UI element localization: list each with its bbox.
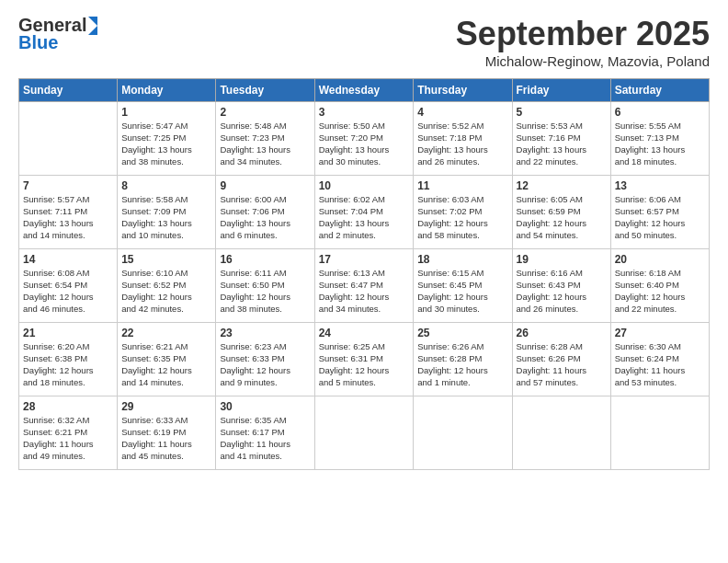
cell-info-line: and 57 minutes. bbox=[517, 377, 579, 387]
cell-info-line: Daylight: 12 hours bbox=[121, 292, 192, 302]
cell-info-line: Daylight: 13 hours bbox=[121, 218, 192, 228]
day-number: 29 bbox=[121, 399, 211, 414]
day-number: 21 bbox=[23, 326, 113, 340]
cell-info-line: Sunset: 6:47 PM bbox=[319, 280, 383, 290]
cell-info-line: Sunset: 6:26 PM bbox=[517, 353, 581, 363]
cell-info-line: Sunset: 6:28 PM bbox=[417, 353, 482, 363]
cell-info-line: Sunrise: 6:08 AM bbox=[23, 268, 89, 278]
cell-info-line: and 26 minutes. bbox=[417, 156, 480, 167]
day-number: 20 bbox=[615, 252, 705, 267]
cell-info-line: Daylight: 12 hours bbox=[417, 292, 488, 302]
logo-blue: Blue bbox=[18, 32, 58, 53]
cell-info-line: and 22 minutes. bbox=[517, 156, 579, 167]
calendar-header-row: Sunday Monday Tuesday Wednesday Thursday… bbox=[19, 79, 710, 102]
cell-info-line: Sunset: 7:13 PM bbox=[615, 132, 679, 143]
cell-info-line: Sunset: 7:18 PM bbox=[417, 132, 482, 143]
cell-info-line: Sunset: 6:24 PM bbox=[615, 353, 679, 363]
cell-info-line: Sunrise: 5:50 AM bbox=[319, 121, 385, 131]
cell-info-line: Sunrise: 6:00 AM bbox=[220, 194, 286, 204]
cell-info-line: and 9 minutes. bbox=[220, 377, 277, 387]
cell-info-line: and 14 minutes. bbox=[121, 377, 184, 387]
calendar-cell: 15Sunrise: 6:10 AMSunset: 6:52 PMDayligh… bbox=[118, 249, 216, 323]
cell-info-line: Sunset: 6:33 PM bbox=[220, 353, 284, 363]
day-number: 2 bbox=[220, 105, 310, 120]
cell-info-line: Daylight: 13 hours bbox=[417, 144, 488, 155]
calendar-cell: 8Sunrise: 5:58 AMSunset: 7:09 PMDaylight… bbox=[118, 176, 216, 249]
calendar-cell: 11Sunrise: 6:03 AMSunset: 7:02 PMDayligh… bbox=[414, 176, 512, 249]
calendar-cell: 23Sunrise: 6:23 AMSunset: 6:33 PMDayligh… bbox=[216, 323, 314, 396]
day-number: 1 bbox=[121, 105, 211, 120]
cell-info-line: Daylight: 12 hours bbox=[319, 365, 390, 375]
calendar-cell: 10Sunrise: 6:02 AMSunset: 7:04 PMDayligh… bbox=[314, 176, 414, 249]
cell-info-line: Sunrise: 6:35 AM bbox=[220, 415, 286, 425]
cell-info-line: Sunset: 6:17 PM bbox=[220, 427, 284, 437]
cell-info-line: Daylight: 12 hours bbox=[23, 292, 94, 302]
cell-info-line: Sunset: 7:06 PM bbox=[220, 206, 284, 216]
cell-info-line: Sunset: 7:23 PM bbox=[220, 132, 284, 143]
calendar-cell: 16Sunrise: 6:11 AMSunset: 6:50 PMDayligh… bbox=[216, 249, 314, 323]
day-number: 30 bbox=[220, 399, 310, 414]
cell-info-line: Daylight: 12 hours bbox=[615, 292, 686, 302]
cell-info-line: Daylight: 11 hours bbox=[220, 439, 290, 449]
day-number: 12 bbox=[517, 178, 607, 193]
cell-info-line: Sunset: 6:59 PM bbox=[517, 206, 581, 216]
cell-info-line: Daylight: 11 hours bbox=[23, 439, 94, 449]
day-number: 16 bbox=[220, 252, 310, 267]
cell-info-line: Daylight: 12 hours bbox=[220, 365, 290, 375]
calendar-cell: 29Sunrise: 6:33 AMSunset: 6:19 PMDayligh… bbox=[118, 396, 216, 470]
cell-info-line: and 38 minutes. bbox=[220, 304, 282, 314]
day-number: 14 bbox=[23, 252, 113, 267]
col-wednesday: Wednesday bbox=[314, 79, 414, 102]
cell-info-line: Sunset: 6:38 PM bbox=[23, 353, 87, 363]
calendar: Sunday Monday Tuesday Wednesday Thursday… bbox=[18, 78, 710, 470]
cell-info-line: Sunset: 6:19 PM bbox=[121, 427, 186, 437]
cell-info-line: Sunset: 6:43 PM bbox=[517, 280, 581, 290]
cell-info-line: Sunset: 6:57 PM bbox=[615, 206, 679, 216]
calendar-cell: 9Sunrise: 6:00 AMSunset: 7:06 PMDaylight… bbox=[216, 176, 314, 249]
calendar-cell: 3Sunrise: 5:50 AMSunset: 7:20 PMDaylight… bbox=[314, 102, 414, 176]
calendar-cell: 20Sunrise: 6:18 AMSunset: 6:40 PMDayligh… bbox=[610, 249, 709, 323]
cell-info-line: Sunrise: 6:06 AM bbox=[615, 194, 681, 204]
calendar-cell: 24Sunrise: 6:25 AMSunset: 6:31 PMDayligh… bbox=[314, 323, 414, 396]
cell-info-line: Sunrise: 5:58 AM bbox=[121, 194, 188, 204]
cell-info-line: and 42 minutes. bbox=[121, 304, 184, 314]
cell-info-line: Daylight: 12 hours bbox=[417, 365, 488, 375]
day-number: 6 bbox=[615, 105, 705, 120]
cell-info-line: Sunrise: 5:48 AM bbox=[220, 121, 286, 131]
calendar-cell bbox=[314, 396, 414, 470]
cell-info-line: and 6 minutes. bbox=[220, 230, 277, 240]
calendar-cell: 28Sunrise: 6:32 AMSunset: 6:21 PMDayligh… bbox=[19, 396, 118, 470]
cell-info-line: Sunrise: 6:15 AM bbox=[417, 268, 483, 278]
calendar-cell: 6Sunrise: 5:55 AMSunset: 7:13 PMDaylight… bbox=[610, 102, 709, 176]
cell-info-line: Sunrise: 6:33 AM bbox=[121, 415, 188, 425]
cell-info-line: Sunrise: 6:25 AM bbox=[319, 341, 385, 351]
day-number: 28 bbox=[23, 399, 113, 414]
cell-info-line: Daylight: 12 hours bbox=[417, 218, 488, 228]
cell-info-line: Sunrise: 5:47 AM bbox=[121, 121, 188, 131]
col-thursday: Thursday bbox=[414, 79, 512, 102]
cell-info-line: Daylight: 13 hours bbox=[220, 218, 290, 228]
cell-info-line: and 18 minutes. bbox=[615, 156, 677, 167]
cell-info-line: Sunrise: 6:16 AM bbox=[517, 268, 583, 278]
cell-info-line: and 10 minutes. bbox=[121, 230, 184, 240]
calendar-cell: 26Sunrise: 6:28 AMSunset: 6:26 PMDayligh… bbox=[512, 323, 610, 396]
cell-info-line: Sunrise: 5:53 AM bbox=[517, 121, 583, 131]
title-block: September 2025 Michalow-Reginow, Mazovia… bbox=[456, 15, 710, 69]
cell-info-line: Sunset: 6:50 PM bbox=[220, 280, 284, 290]
cell-info-line: Sunset: 6:31 PM bbox=[319, 353, 383, 363]
day-number: 3 bbox=[319, 105, 410, 120]
day-number: 4 bbox=[417, 105, 507, 120]
cell-info-line: and 1 minute. bbox=[417, 377, 471, 387]
calendar-cell: 27Sunrise: 6:30 AMSunset: 6:24 PMDayligh… bbox=[610, 323, 709, 396]
month-title: September 2025 bbox=[456, 15, 710, 53]
cell-info-line: and 58 minutes. bbox=[417, 230, 480, 240]
header: General Blue September 2025 Michalow-Reg… bbox=[18, 15, 710, 69]
calendar-cell: 30Sunrise: 6:35 AMSunset: 6:17 PMDayligh… bbox=[216, 396, 314, 470]
cell-info-line: Daylight: 12 hours bbox=[23, 365, 94, 375]
calendar-cell: 18Sunrise: 6:15 AMSunset: 6:45 PMDayligh… bbox=[414, 249, 512, 323]
calendar-cell: 21Sunrise: 6:20 AMSunset: 6:38 PMDayligh… bbox=[19, 323, 118, 396]
cell-info-line: and 45 minutes. bbox=[121, 451, 184, 461]
cell-info-line: and 38 minutes. bbox=[121, 156, 184, 167]
cell-info-line: Sunrise: 5:57 AM bbox=[23, 194, 89, 204]
cell-info-line: and 41 minutes. bbox=[220, 451, 282, 461]
